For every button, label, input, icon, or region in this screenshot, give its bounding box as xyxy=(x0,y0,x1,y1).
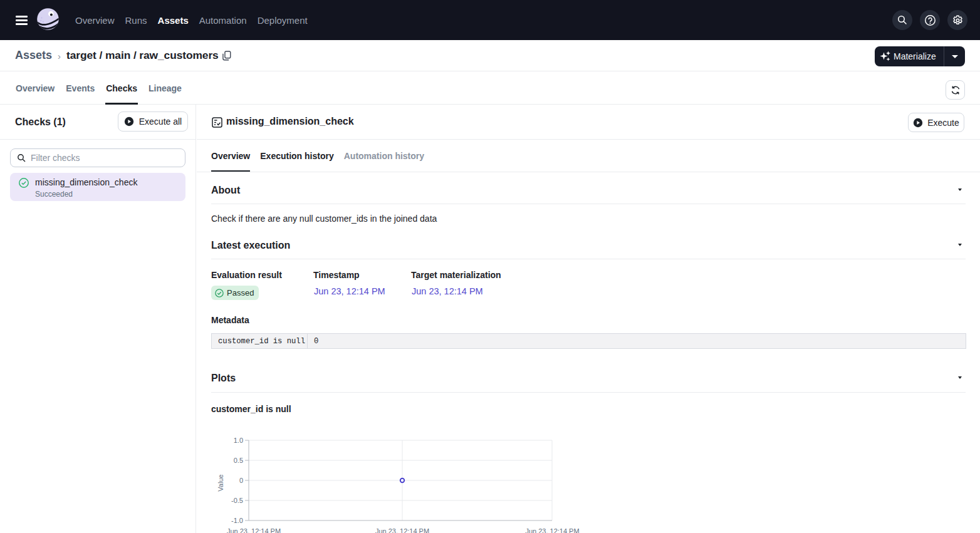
svg-text:-0.5: -0.5 xyxy=(231,497,243,504)
svg-text:0.5: 0.5 xyxy=(234,457,243,464)
svg-text:Jun 23, 12:14 PM: Jun 23, 12:14 PM xyxy=(227,527,281,533)
svg-text:Jun 23, 12:14 PM: Jun 23, 12:14 PM xyxy=(375,527,429,533)
svg-text:Jun 23, 12:14 PM: Jun 23, 12:14 PM xyxy=(525,527,579,533)
svg-text:-1.0: -1.0 xyxy=(231,517,243,524)
svg-text:Value: Value xyxy=(217,474,224,491)
svg-text:1.0: 1.0 xyxy=(234,437,243,444)
svg-text:0: 0 xyxy=(239,477,243,484)
